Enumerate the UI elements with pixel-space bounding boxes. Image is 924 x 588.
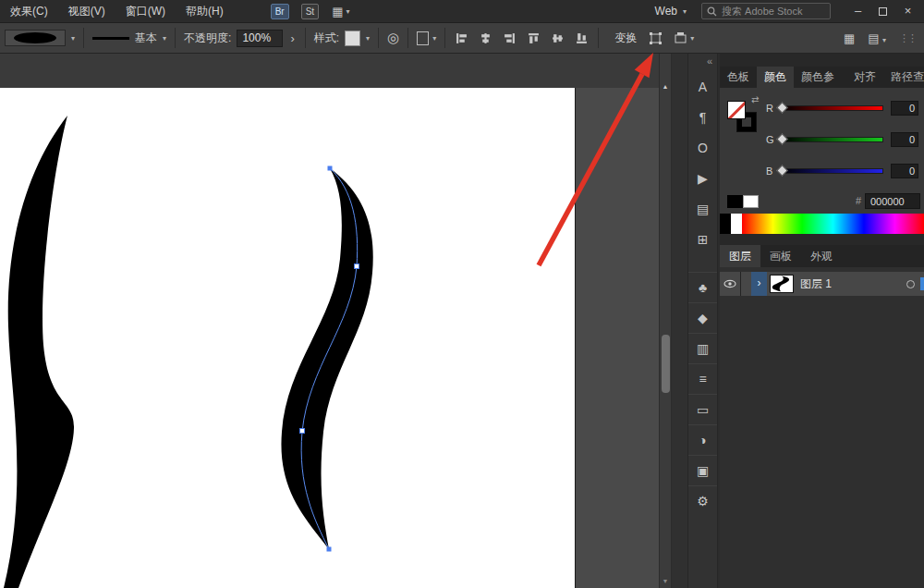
blue-slider[interactable] (780, 168, 883, 174)
controlbar-right: ▦ ▤ ▾ ⋮⋮ (844, 31, 919, 45)
workspace-dropdown[interactable]: Web ▾ (655, 5, 687, 18)
bridge-button[interactable]: Br (271, 4, 289, 19)
brush-definition-dropdown[interactable]: 基本 ▾ (92, 31, 166, 46)
target-circle-icon[interactable] (906, 280, 915, 288)
collapse-panels-icon[interactable]: « (707, 55, 712, 67)
layer-row[interactable]: › 图层 1 (720, 272, 924, 296)
color-panel: ⇄ R 0 G 0 B 0 (720, 88, 924, 234)
swoosh-shape-left[interactable] (4, 116, 74, 588)
anchor-point[interactable] (328, 166, 333, 171)
expand-layer-icon[interactable]: › (751, 272, 767, 296)
align-center-vertical-button[interactable] (550, 31, 565, 46)
gradient-panel-button[interactable]: ▭ (688, 394, 717, 424)
transparency-panel-button[interactable]: ◑ (688, 424, 717, 455)
scroll-down-icon[interactable]: ▼ (660, 578, 671, 584)
green-channel-row: G 0 (766, 134, 918, 145)
align-center-horizontal-button[interactable] (478, 31, 493, 46)
illustrator-window: 效果(C) 视图(V) 窗口(W) 帮助(H) Br St ▦ ▾ Web ▾ … (0, 0, 924, 588)
menu-effect[interactable]: 效果(C) (0, 0, 58, 22)
recolor-artwork-button[interactable]: ◎ (387, 30, 399, 46)
blue-channel-row: B 0 (766, 165, 918, 177)
character-panel-button[interactable]: A (688, 72, 717, 103)
opacity-options-button[interactable]: › (288, 31, 296, 45)
isolate-options-button[interactable]: ▾ (671, 30, 697, 47)
stock-button[interactable]: St (301, 4, 319, 19)
width-profile-dropdown[interactable] (5, 30, 66, 46)
restore-button[interactable] (870, 0, 895, 22)
color-spectrum-bar[interactable] (720, 214, 924, 234)
transform-menu[interactable]: 变换 (611, 31, 640, 46)
swap-fill-stroke-icon[interactable]: ⇄ (751, 94, 759, 104)
blue-value-input[interactable]: 0 (891, 164, 918, 178)
tab-color[interactable]: 颜色 (757, 67, 794, 88)
menu-view[interactable]: 视图(V) (58, 0, 116, 22)
fill-swatch-none[interactable] (727, 101, 746, 119)
green-slider[interactable] (780, 137, 883, 142)
minimize-button[interactable]: – (845, 0, 870, 22)
tab-swatches[interactable]: 色板 (720, 67, 757, 88)
green-value-input[interactable]: 0 (891, 132, 918, 147)
graph-panel-button[interactable]: ▥ (688, 333, 717, 363)
hex-value-input[interactable]: 000000 (865, 193, 920, 209)
arrange-documents-button[interactable]: ▦ ▾ (332, 5, 349, 18)
graphic-style-swatch[interactable] (345, 31, 360, 46)
red-value-input[interactable]: 0 (891, 101, 918, 116)
swoosh-shape-right[interactable] (281, 168, 372, 549)
separator (407, 28, 408, 48)
stroke-panel-button[interactable]: ≡ (688, 363, 717, 394)
opentype-panel-button[interactable]: O (688, 133, 717, 164)
workspace-grid-icon[interactable]: ▦ (844, 31, 855, 45)
anchor-point[interactable] (327, 547, 332, 552)
visibility-toggle[interactable] (720, 279, 740, 288)
artboard[interactable] (0, 88, 575, 588)
tab-color-guide[interactable]: 颜色参 (794, 67, 842, 88)
anchor-point[interactable] (300, 429, 305, 434)
menu-help[interactable]: 帮助(H) (176, 0, 234, 22)
spectrum-white-swatch[interactable] (731, 214, 742, 234)
column-divider (740, 272, 741, 296)
transform-panel-button[interactable]: ⊞ (688, 225, 717, 255)
close-button[interactable]: × (895, 0, 920, 22)
export-panel-button[interactable]: ▤ (688, 194, 717, 225)
black-swatch[interactable] (727, 195, 743, 208)
adobe-stock-search-input[interactable]: 搜索 Adobe Stock (701, 3, 831, 19)
red-slider[interactable] (780, 105, 883, 111)
spectrum-rainbow[interactable] (742, 214, 924, 234)
scrollbar-thumb[interactable] (662, 335, 670, 393)
canvas[interactable] (0, 54, 659, 588)
brushes-panel-button[interactable]: ◆ (688, 302, 717, 333)
caret-down-icon: ▾ (71, 34, 75, 43)
anchor-point[interactable] (355, 264, 359, 269)
separator (305, 28, 306, 48)
align-top-button[interactable] (526, 31, 541, 46)
menu-window[interactable]: 窗口(W) (116, 0, 176, 22)
tab-artboards[interactable]: 画板 (760, 245, 801, 267)
scroll-up-icon[interactable]: ▲ (660, 83, 671, 90)
white-swatch[interactable] (743, 195, 759, 208)
settings-panel-button[interactable]: ⚙ (688, 485, 717, 516)
layer-thumbnail[interactable] (770, 275, 794, 293)
opacity-input[interactable]: 100% (237, 30, 283, 47)
tab-layers[interactable]: 图层 (720, 245, 760, 267)
align-left-button[interactable] (454, 31, 469, 46)
arrange-grid-icon: ▦ (332, 5, 343, 18)
control-bar: ▾ 基本 ▾ 不透明度: 100% › 样式: ▾ ◎ ▾ (0, 22, 924, 54)
tab-align[interactable]: 对齐 (846, 67, 883, 88)
spectrum-black-swatch[interactable] (720, 214, 731, 234)
bounding-box-button[interactable] (646, 30, 665, 47)
caret-down-icon: ▾ (366, 34, 370, 43)
tab-pathfinder[interactable]: 路径查 (883, 67, 924, 88)
vertical-scrollbar[interactable]: ▲ ▼ (659, 54, 672, 588)
style-label: 样式: (314, 31, 339, 46)
document-setup-button[interactable]: ▾ (417, 31, 436, 45)
paragraph-panel-button[interactable]: ¶ (688, 103, 717, 133)
align-right-button[interactable] (502, 31, 517, 46)
artboards-panel-button[interactable]: ▣ (688, 455, 717, 485)
align-center-vertical-icon (552, 32, 564, 44)
tab-appearance[interactable]: 外观 (801, 245, 842, 267)
panel-stack-button[interactable]: ▤ ▾ (868, 31, 886, 45)
layer-name[interactable]: 图层 1 (800, 276, 832, 292)
align-bottom-button[interactable] (574, 31, 590, 46)
actions-panel-button[interactable]: ▶ (688, 164, 717, 194)
symbols-panel-button[interactable]: ♣ (688, 272, 717, 302)
